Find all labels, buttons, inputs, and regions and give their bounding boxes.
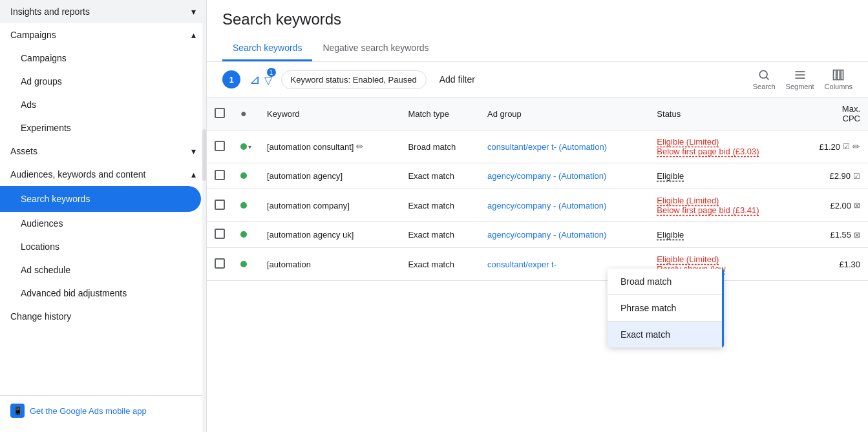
keywords-table: ● Keyword Match type Ad group Status Max… xyxy=(207,98,868,281)
table-row: [automation Exact match consultant/exper… xyxy=(207,248,868,281)
row-checkbox[interactable] xyxy=(207,163,233,189)
sidebar-item-campaigns-section[interactable]: Campaigns ▴ xyxy=(0,23,206,46)
checkbox-small-icon: ☑ xyxy=(843,142,850,151)
row-match-type: Broad match xyxy=(400,130,480,163)
chevron-icon: ▾ xyxy=(191,146,196,156)
sidebar-footer[interactable]: 📱 Get the Google Ads mobile app xyxy=(0,395,206,426)
checkbox-small-icon: ☑ xyxy=(853,172,860,181)
green-dot-icon xyxy=(240,202,247,209)
table-row: [automation agency] Exact match agency/c… xyxy=(207,163,868,189)
row-status-dot xyxy=(233,248,259,281)
columns-button[interactable]: Columns xyxy=(825,68,852,90)
sidebar-item-audiences-sub[interactable]: Audiences xyxy=(0,212,206,235)
search-button[interactable]: Search xyxy=(753,68,776,90)
row-status-dot: ▾ xyxy=(233,130,259,163)
scrollbar-thumb[interactable] xyxy=(202,129,206,181)
row-ad-group[interactable]: agency/company - (Automation) xyxy=(480,222,649,248)
sidebar-item-insights[interactable]: Insights and reports ▾ xyxy=(0,0,206,23)
scrollbar-track[interactable] xyxy=(202,0,206,432)
edit-icon[interactable]: ✏ xyxy=(356,141,364,152)
sidebar-item-ad-groups[interactable]: Ad groups xyxy=(0,70,206,93)
row-ad-group[interactable]: agency/company - (Automation) xyxy=(480,189,649,222)
sidebar-item-advanced-bid[interactable]: Advanced bid adjustments xyxy=(0,282,206,305)
search-icon xyxy=(757,68,770,81)
sidebar-item-ad-schedule[interactable]: Ad schedule xyxy=(0,258,206,282)
segment-button[interactable]: Segment xyxy=(786,68,814,90)
chevron-icon: ▴ xyxy=(191,30,196,40)
row-status-dot xyxy=(233,163,259,189)
row-checkbox[interactable] xyxy=(207,189,233,222)
select-all-checkbox[interactable] xyxy=(215,108,225,118)
svg-rect-6 xyxy=(838,70,840,80)
match-type-dropdown: Broad match Phrase match Exact match xyxy=(608,269,724,347)
page-title: Search keywords xyxy=(222,10,852,28)
segment-icon xyxy=(794,68,807,81)
row-cpc: £1.55 ⊠ xyxy=(797,222,868,248)
row-status: Eligible xyxy=(649,222,797,248)
row-checkbox[interactable] xyxy=(207,222,233,248)
row-ad-group[interactable]: agency/company - (Automation) xyxy=(480,163,649,189)
add-filter-button[interactable]: Add filter xyxy=(433,70,482,88)
dropdown-item-broad-match[interactable]: Broad match xyxy=(608,269,724,294)
sidebar: Insights and reports ▾ Campaigns ▴ Campa… xyxy=(0,0,207,432)
row-status: Eligible (Limited) Below first page bid … xyxy=(649,130,797,163)
green-dot-icon xyxy=(240,261,247,267)
header-match-type: Match type xyxy=(400,98,480,130)
green-dot-icon xyxy=(240,172,247,179)
filter-button[interactable]: ⊿ ▽ 1 xyxy=(247,69,275,90)
filter-icon: ⊿ xyxy=(249,72,260,87)
dropdown-item-phrase-match[interactable]: Phrase match xyxy=(608,295,724,321)
sidebar-item-campaigns[interactable]: Campaigns xyxy=(0,46,206,70)
sidebar-item-search-keywords[interactable]: Search keywords xyxy=(0,186,201,212)
toolbar-right-actions: Search Segment Columns xyxy=(753,68,852,90)
sidebar-item-ads[interactable]: Ads xyxy=(0,93,206,116)
keyword-status-filter[interactable]: Keyword status: Enabled, Paused xyxy=(281,70,427,89)
row-status-dot xyxy=(233,189,259,222)
tab-negative-search-keywords[interactable]: Negative search keywords xyxy=(312,36,439,61)
green-dot-icon xyxy=(240,231,247,238)
header-checkbox[interactable] xyxy=(207,98,233,130)
row-status: Eligible xyxy=(649,163,797,189)
square-icon: ⊠ xyxy=(854,231,860,240)
toolbar: 1 ⊿ ▽ 1 Keyword status: Enabled, Paused … xyxy=(207,62,868,98)
header-max-cpc: Max.CPC xyxy=(797,98,868,130)
svg-rect-7 xyxy=(841,70,843,80)
header-status-dot: ● xyxy=(233,98,259,130)
circle-icon: ● xyxy=(240,108,247,119)
sidebar-item-assets[interactable]: Assets ▾ xyxy=(0,139,206,163)
row-match-type: Exact match xyxy=(400,248,480,281)
row-keyword: [automation agency] xyxy=(259,163,400,189)
row-match-type: Exact match xyxy=(400,189,480,222)
header-keyword: Keyword xyxy=(259,98,400,130)
sidebar-item-change-history[interactable]: Change history xyxy=(0,305,206,328)
row-ad-group[interactable]: consultant/exper t- (Automation) xyxy=(480,130,649,163)
table-row: [automation company] Exact match agency/… xyxy=(207,189,868,222)
blue-circle-button[interactable]: 1 xyxy=(222,70,240,88)
chevron-icon: ▴ xyxy=(191,169,196,180)
svg-line-1 xyxy=(767,77,769,80)
edit-cpc-icon[interactable]: ✏ xyxy=(852,141,860,152)
dropdown-arrow-icon[interactable]: ▾ xyxy=(248,143,251,150)
sidebar-item-experiments[interactable]: Experiments xyxy=(0,116,206,139)
row-keyword: [automation xyxy=(259,248,400,281)
sidebar-item-audiences-section[interactable]: Audiences, keywords and content ▴ xyxy=(0,163,206,186)
columns-icon xyxy=(832,68,845,81)
table-row: [automation agency uk] Exact match agenc… xyxy=(207,222,868,248)
row-cpc: £2.90 ☑ xyxy=(797,163,868,189)
row-status-dot xyxy=(233,222,259,248)
row-keyword: [automation agency uk] xyxy=(259,222,400,248)
filter-badge: 1 xyxy=(267,68,276,77)
svg-point-0 xyxy=(759,70,767,78)
row-status: Eligible (Limited) Below first page bid … xyxy=(649,189,797,222)
tab-search-keywords[interactable]: Search keywords xyxy=(222,36,312,61)
table-row: ▾ [automation consultant] ✏ Broad match … xyxy=(207,130,868,163)
row-keyword: [automation consultant] ✏ xyxy=(259,130,400,163)
row-checkbox[interactable] xyxy=(207,248,233,281)
main-header: Search keywords Search keywords Negative… xyxy=(207,0,868,62)
sidebar-item-locations[interactable]: Locations xyxy=(0,235,206,258)
chevron-icon: ▾ xyxy=(191,6,196,17)
row-cpc: £1.30 xyxy=(797,248,868,281)
row-checkbox[interactable] xyxy=(207,130,233,163)
svg-rect-5 xyxy=(834,70,836,80)
dropdown-item-exact-match[interactable]: Exact match xyxy=(608,322,724,347)
